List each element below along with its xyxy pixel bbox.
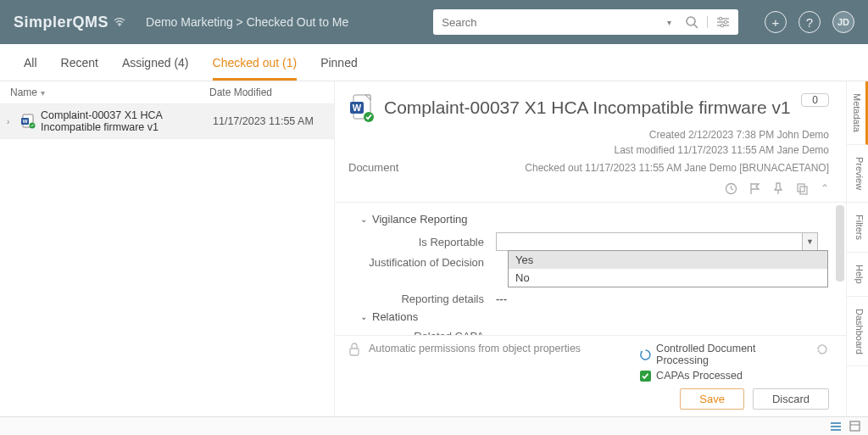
svg-point-6	[725, 20, 728, 24]
chevron-down-icon: ⌄	[360, 312, 367, 321]
refresh-icon[interactable]	[815, 343, 829, 356]
justification-label: Justification of Decision	[360, 256, 496, 269]
group-relations-header[interactable]: ⌄ Relations	[360, 310, 821, 323]
document-list-pane: Name ▾ Date Modified › W Complaint-00037…	[0, 81, 335, 416]
column-header-date[interactable]: Date Modified	[209, 86, 324, 98]
search-input[interactable]	[433, 16, 662, 29]
tab-recent[interactable]: Recent	[61, 56, 98, 81]
app-logo[interactable]: SimplerQMS	[14, 14, 125, 31]
search-icon[interactable]	[676, 15, 707, 29]
detail-view-icon[interactable]	[848, 420, 861, 433]
chevron-down-icon: ⌄	[360, 215, 367, 224]
search-dropdown-caret[interactable]: ▾	[662, 18, 676, 27]
related-capa-value: ---	[496, 330, 821, 335]
svg-point-8	[721, 24, 725, 27]
created-line: Created 2/12/2023 7:38 PM John Demo	[348, 127, 829, 142]
side-tab-preview[interactable]: Preview	[847, 145, 868, 203]
reporting-details-label: Reporting details	[360, 293, 496, 305]
svg-rect-19	[800, 187, 807, 194]
logo-text: SimplerQMS	[14, 14, 108, 31]
workflow-status-1: Controlled Document Processing	[656, 343, 807, 366]
side-tab-dashboard[interactable]: Dashboard	[847, 297, 868, 367]
svg-rect-26	[850, 421, 860, 431]
dropdown-button-icon[interactable]: ▼	[802, 233, 817, 250]
svg-rect-21	[350, 349, 359, 355]
discard-button[interactable]: Discard	[753, 388, 829, 410]
checkedout-line: Checked out 11/17/2023 11:55 AM Jane Dem…	[525, 162, 829, 174]
sort-indicator-icon: ▾	[41, 88, 45, 98]
copy-icon[interactable]	[796, 182, 809, 195]
save-button[interactable]: Save	[680, 388, 744, 410]
tab-pinned[interactable]: Pinned	[320, 56, 358, 81]
add-button[interactable]: +	[765, 11, 787, 33]
dropdown-option-no[interactable]: No	[509, 269, 827, 287]
svg-text:W: W	[353, 103, 362, 113]
reporting-details-value: ---	[496, 293, 821, 305]
comment-count-badge[interactable]: 0	[801, 93, 829, 107]
side-tab-metadata[interactable]: Metadata	[847, 81, 868, 145]
list-row-name: Complaint-00037 X1 HCA Incompatible firm…	[41, 109, 213, 133]
status-bar	[0, 416, 868, 435]
side-tab-filters[interactable]: Filters	[847, 203, 868, 253]
side-tab-help[interactable]: Help	[847, 253, 868, 297]
svg-point-0	[119, 25, 120, 26]
collapse-icon[interactable]: ⌃	[821, 182, 829, 195]
svg-rect-18	[798, 184, 804, 192]
list-view-icon[interactable]	[829, 420, 843, 433]
search-filters-icon[interactable]	[707, 16, 738, 28]
is-reportable-select[interactable]: ▼	[496, 232, 818, 251]
search-box[interactable]: ▾	[433, 9, 738, 35]
modified-line: Last modified 11/17/2023 11:55 AM Jane D…	[348, 142, 829, 158]
help-button[interactable]: ?	[798, 11, 821, 33]
breadcrumb[interactable]: Demo Marketing > Checked Out to Me	[146, 15, 348, 29]
column-header-name[interactable]: Name ▾	[10, 86, 209, 98]
scrollbar[interactable]	[836, 205, 844, 282]
history-icon[interactable]	[725, 182, 737, 195]
workflow-status-2: CAPAs Processed	[656, 370, 743, 382]
tab-checked-out[interactable]: Checked out (1)	[213, 56, 298, 81]
svg-point-1	[687, 17, 695, 25]
svg-point-4	[720, 17, 723, 20]
tab-assigned[interactable]: Assigned (4)	[122, 56, 189, 81]
dropdown-option-yes[interactable]: Yes	[509, 251, 827, 269]
expand-chevron-icon[interactable]: ›	[7, 117, 15, 126]
tab-all[interactable]: All	[24, 56, 37, 81]
side-panel-tabs: Metadata Preview Filters Help Dashboard	[846, 81, 868, 416]
document-title: Complaint-00037 X1 HCA Incompatible firm…	[384, 98, 791, 118]
svg-line-2	[694, 25, 698, 28]
view-tabs: All Recent Assigned (4) Checked out (1) …	[0, 44, 868, 81]
workflow-icon	[640, 349, 651, 360]
permissions-text: Automatic permissions from object proper…	[369, 343, 581, 354]
document-class-label: Document	[348, 161, 398, 174]
wifi-icon	[114, 18, 125, 26]
pin-icon[interactable]	[772, 182, 784, 195]
svg-text:W: W	[23, 119, 28, 124]
user-avatar[interactable]: JD	[832, 11, 854, 33]
check-icon	[640, 371, 651, 382]
related-capa-label: Related CAPA	[360, 330, 496, 335]
lock-icon	[348, 343, 360, 356]
group-vigilance-header[interactable]: ⌄ Vigilance Reporting	[360, 213, 821, 226]
document-type-icon: W	[348, 93, 374, 122]
list-row[interactable]: › W Complaint-00037 X1 HCA Incompatible …	[0, 104, 334, 139]
flag-icon[interactable]	[749, 182, 760, 195]
is-reportable-label: Is Reportable	[360, 236, 496, 248]
word-doc-icon: W	[20, 114, 36, 129]
is-reportable-dropdown: Yes No	[508, 250, 828, 287]
list-row-date: 11/17/2023 11:55 AM	[213, 115, 327, 127]
